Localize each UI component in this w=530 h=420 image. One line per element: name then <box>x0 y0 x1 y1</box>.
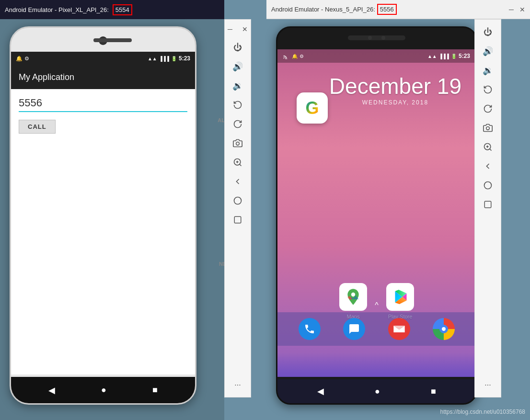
overview-icon-left <box>233 216 242 224</box>
back-button-left[interactable]: ◀ <box>48 385 55 396</box>
power-button-left[interactable]: ⏻ <box>229 39 246 56</box>
svg-point-11 <box>484 182 492 189</box>
sidebar-toolbar-left: ─ ✕ ⏻ 🔊 🔉 <box>224 19 251 397</box>
more-icon-right: ··· <box>484 381 491 389</box>
svg-rect-5 <box>234 216 241 223</box>
dock-messages-icon[interactable] <box>343 318 365 340</box>
wifi-icon-right: ▲▲ <box>427 54 437 59</box>
home-icon-left <box>233 196 242 205</box>
back-sidebar-button-left[interactable] <box>229 173 246 190</box>
home-sidebar-button-left[interactable] <box>229 192 246 209</box>
wifi-icon: ▲▲ <box>148 56 157 61</box>
phone-number-field[interactable]: 5556 <box>19 97 187 112</box>
more-options-left[interactable]: ··· <box>234 381 241 389</box>
emulator-right-title: Android Emulator - Nexus_5_API_26: <box>271 6 375 13</box>
recent-button-left[interactable]: ■ <box>152 385 158 395</box>
zoom-button-left[interactable] <box>229 154 246 171</box>
svg-rect-12 <box>484 201 491 208</box>
appbar-left: My Application <box>11 65 195 89</box>
svg-point-0 <box>236 142 240 146</box>
settings-icon-status: ⚙ <box>24 56 29 62</box>
statusbar-right-icons-right: ▲▲ ▐▐▐ 🔋 5:23 <box>427 53 470 59</box>
overview-sidebar-button-left[interactable] <box>229 211 246 228</box>
google-g-icon[interactable]: G <box>297 92 328 124</box>
overview-icon-right <box>484 200 492 209</box>
window-controls-right: ─ ✕ <box>509 6 525 13</box>
zoom-icon-left <box>233 158 242 167</box>
overview-sidebar-button-right[interactable] <box>479 196 496 213</box>
volume-up-icon-right: 🔊 <box>483 46 493 57</box>
notifications-icon-right: 🔔 <box>292 54 298 59</box>
back-icon-left <box>233 177 242 186</box>
zoom-icon-right <box>483 142 493 152</box>
zoom-button-right[interactable] <box>479 138 496 156</box>
volume-down-button-left[interactable]: 🔉 <box>229 77 246 94</box>
home-sidebar-button-right[interactable] <box>479 177 496 194</box>
dock-gmail-icon[interactable] <box>388 318 410 340</box>
camera-screenshot-button-left[interactable] <box>229 135 246 152</box>
dock-chrome-icon[interactable] <box>433 318 455 340</box>
volume-up-button-left[interactable]: 🔊 <box>229 58 246 75</box>
dock-phone-icon[interactable] <box>299 318 321 340</box>
speaker-dot-right <box>381 36 385 40</box>
power-icon-left: ⏻ <box>233 43 242 53</box>
statusbar-time-left: 5:23 <box>179 55 190 62</box>
svg-point-6 <box>351 293 355 296</box>
rotate-right-icon-right <box>483 104 493 114</box>
watermark: https://blog.csdn.net/u010356768 <box>440 409 525 415</box>
volume-down-icon-right: 🔉 <box>483 65 493 76</box>
rotate-right-button[interactable] <box>229 115 246 133</box>
maps-svg <box>344 287 363 306</box>
rotate-right-button-right[interactable] <box>479 100 496 117</box>
android-screen-right: 🔔 ⚙ ▲▲ ▐▐▐ 🔋 5:23 G December 19 WEDNESDA… <box>277 49 476 377</box>
call-button[interactable]: CALL <box>19 120 56 134</box>
gmail-icon-svg <box>392 324 406 334</box>
rotate-right-icon <box>233 119 242 129</box>
emulator-left-titlebar: Android Emulator - Pixel_XL_API_26: 5554 <box>0 0 224 19</box>
camera-screenshot-button-right[interactable] <box>479 119 496 136</box>
date-sub: WEDNESDAY, 2018 <box>329 99 461 106</box>
battery-icon: 🔋 <box>171 56 177 61</box>
volume-down-button-right[interactable]: 🔉 <box>479 62 496 79</box>
back-icon-right <box>483 161 493 171</box>
play-store-svg <box>392 288 409 306</box>
minimize-button-right[interactable]: ─ <box>509 6 514 13</box>
phone-icon-svg <box>304 323 315 335</box>
statusbar-left: 🔔 ⚙ ▲▲ ▐▐▐ 🔋 5:23 <box>11 52 195 65</box>
rotate-left-icon <box>233 100 242 110</box>
emulator-left-port: 5554 <box>113 4 132 15</box>
rotate-left-icon-right <box>483 85 493 94</box>
back-sidebar-button-right[interactable] <box>479 158 496 175</box>
chrome-inner-circle <box>439 325 448 333</box>
close-button-right[interactable]: ✕ <box>519 6 525 13</box>
rotate-left-button[interactable] <box>229 96 246 114</box>
home-icon-right <box>483 181 493 190</box>
signal-icon: ▐▐▐ <box>159 56 169 61</box>
phone-right-device: 🔔 ⚙ ▲▲ ▐▐▐ 🔋 5:23 G December 19 WEDNESDA… <box>276 26 477 405</box>
camera-bar-right <box>348 35 405 40</box>
volume-up-button-right[interactable]: 🔊 <box>479 43 496 60</box>
volume-down-icon-left: 🔉 <box>232 80 243 91</box>
minimize-button-left[interactable]: ─ <box>228 25 232 33</box>
home-button-left[interactable]: ● <box>101 385 106 395</box>
close-button-left[interactable]: ✕ <box>242 25 248 33</box>
power-button-right[interactable]: ⏻ <box>479 23 496 41</box>
svg-point-7 <box>486 127 490 130</box>
power-icon-right: ⏻ <box>484 27 492 37</box>
more-options-right[interactable]: ··· <box>484 381 491 389</box>
cast-icon <box>283 53 290 59</box>
sidebar-toolbar-right: ⏻ 🔊 🔉 <box>474 19 501 397</box>
date-main: December 19 <box>329 73 461 99</box>
back-button-right[interactable]: ◀ <box>317 386 324 397</box>
emulator-right-port: 5556 <box>377 4 397 15</box>
rotate-left-button-right[interactable] <box>479 81 496 98</box>
emulator-right-titlebar: Android Emulator - Nexus_5_API_26: 5556 … <box>266 0 530 19</box>
recent-button-right[interactable]: ■ <box>431 386 436 397</box>
more-icon-left: ··· <box>234 381 241 389</box>
emulator-left-window: Android Emulator - Pixel_XL_API_26: 5554… <box>0 0 224 420</box>
home-button-right[interactable]: ● <box>375 386 380 397</box>
emulator-left-title: Android Emulator - Pixel_XL_API_26: <box>5 6 109 13</box>
navbar-left: ◀ ● ■ <box>11 377 195 403</box>
battery-icon-right: 🔋 <box>451 54 457 59</box>
dock-icons <box>277 312 476 346</box>
